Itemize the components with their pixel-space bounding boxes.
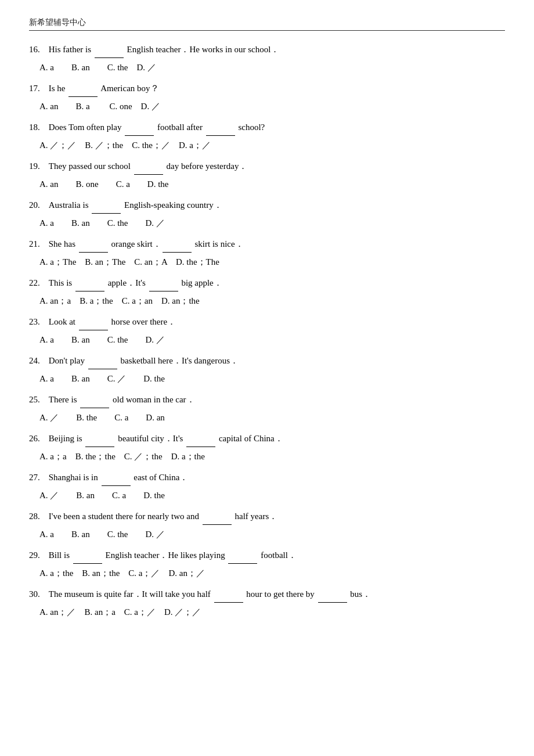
question-line: 16. His father is English teacher．He wor… [29,41,505,58]
answer-blank [75,282,104,291]
question-line: 23. Look at horse over there． [29,314,505,330]
page-header: 新希望辅导中心 [29,17,505,31]
answer-blank [134,165,163,175]
options-line: A. an；a B. a；the C. a；an D. an；the [29,293,505,309]
answer-blank [68,87,98,97]
answer-blank [214,593,243,603]
header-title: 新希望辅导中心 [29,17,86,28]
question-line: 21. She has orange skirt． skirt is nice． [29,236,505,253]
answer-blank [92,204,121,214]
answer-blank [228,554,257,564]
answer-blank [80,398,109,408]
answer-blank [79,243,108,253]
answer-blank [203,515,232,525]
answer-blank [95,48,124,58]
question-block: 18. Does Tom often play football after s… [29,119,505,153]
question-line: 30. The museum is quite far．It will take… [29,586,505,603]
question-block: 30. The museum is quite far．It will take… [29,586,505,620]
question-block: 26. Beijing is beautiful city．It's capit… [29,430,505,465]
answer-blank [149,282,178,291]
answer-blank [318,593,347,603]
options-line: A. ／ B. the C. a D. an [29,409,505,426]
options-line: A. an B. a C. one D. ／ [29,98,505,115]
question-block: 24. Don't play basketball here．It's dang… [29,352,505,387]
question-line: 17. Is he American boy？ [29,80,505,97]
options-line: A. ／ B. an C. a D. the [29,487,505,504]
question-block: 23. Look at horse over there．A. a B. an … [29,314,505,348]
answer-blank [88,359,117,369]
question-block: 27. Shanghai is in east of China．A. ／ B.… [29,469,505,503]
answer-blank [79,321,108,330]
question-line: 22. This is apple．It's big apple． [29,275,505,291]
answer-blank [73,554,102,564]
options-line: A. a B. an C. ／ D. the [29,370,505,387]
question-block: 17. Is he American boy？A. an B. a C. one… [29,80,505,114]
answer-blank [186,437,215,447]
options-line: A. a；The B. an；The C. an；A D. the；The [29,254,505,271]
options-line: A. a；a B. the；the C. ／；the D. a；the [29,448,505,465]
question-line: 27. Shanghai is in east of China． [29,469,505,486]
question-line: 19. They passed our school day before ye… [29,158,505,175]
question-line: 26. Beijing is beautiful city．It's capit… [29,430,505,447]
options-line: A. a B. an C. the D. ／ [29,526,505,543]
questions-container: 16. His father is English teacher．He wor… [29,41,505,620]
answer-blank [163,243,192,253]
options-line: A. a B. an C. the D. ／ [29,59,505,76]
question-line: 18. Does Tom often play football after s… [29,119,505,136]
answer-blank [125,126,154,136]
question-block: 25. There is old woman in the car．A. ／ B… [29,391,505,426]
question-block: 21. She has orange skirt． skirt is nice．… [29,236,505,270]
question-block: 22. This is apple．It's big apple．A. an；a… [29,275,505,309]
question-line: 25. There is old woman in the car． [29,391,505,408]
question-block: 19. They passed our school day before ye… [29,158,505,192]
options-line: A. an B. one C. a D. the [29,176,505,193]
question-line: 24. Don't play basketball here．It's dang… [29,352,505,369]
question-block: 16. His father is English teacher．He wor… [29,41,505,75]
question-line: 29. Bill is English teacher．He likes pla… [29,547,505,564]
options-line: A. a；the B. an；the C. a；／ D. an；／ [29,565,505,582]
options-line: A. an；／ B. an；a C. a；／ D. ／；／ [29,604,505,621]
answer-blank [85,437,114,447]
question-block: 20. Australia is English-speaking countr… [29,197,505,231]
options-line: A. ／；／ B. ／；the C. the；／ D. a；／ [29,137,505,154]
options-line: A. a B. an C. the D. ／ [29,215,505,232]
answer-blank [206,126,235,136]
question-line: 28. I've been a student there for nearly… [29,508,505,525]
answer-blank [102,476,131,486]
question-block: 28. I've been a student there for nearly… [29,508,505,542]
question-block: 29. Bill is English teacher．He likes pla… [29,547,505,581]
options-line: A. a B. an C. the D. ／ [29,332,505,348]
question-line: 20. Australia is English-speaking countr… [29,197,505,214]
